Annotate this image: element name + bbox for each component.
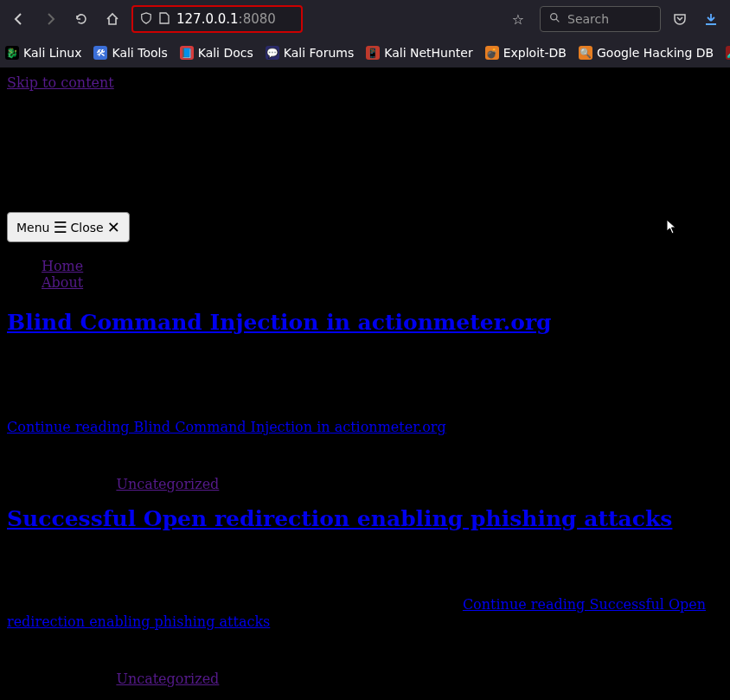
bookmark-label: Kali Tools	[112, 46, 167, 60]
bookmark-label: Exploit-DB	[503, 46, 567, 60]
svg-line-1	[556, 19, 559, 22]
bookmark-label: Kali Linux	[23, 46, 81, 60]
forward-button[interactable]	[38, 7, 62, 31]
url-bar[interactable]: 127.0.0.1:8080	[131, 5, 303, 33]
nav-item-about: About	[42, 274, 723, 291]
page-content: Skip to content Moderators Your Security…	[0, 67, 730, 700]
bookmark-label: Kali Docs	[198, 46, 253, 60]
browser-toolbar: 127.0.0.1:8080 ☆ Search	[0, 0, 730, 38]
post-title-link[interactable]: Successful Open redirection enabling phi…	[7, 506, 672, 531]
bookmark-label: Kali Forums	[284, 46, 354, 60]
bookmark-kali-linux[interactable]: 🐉 Kali Linux	[5, 46, 81, 60]
bookmark-ghdb[interactable]: 🔍 Google Hacking DB	[579, 46, 714, 60]
nav-link-home[interactable]: Home	[42, 258, 83, 274]
bookmark-kali-forums[interactable]: 💬 Kali Forums	[266, 46, 354, 60]
shield-icon	[140, 12, 152, 27]
post-excerpt: Posted on JUN 17,2021 Blind Command inje…	[7, 350, 723, 417]
close-icon: ✕	[107, 218, 120, 236]
bookmark-kali-nethunter[interactable]: 📱 Kali NetHunter	[366, 46, 472, 60]
search-box[interactable]: Search	[540, 6, 661, 32]
post-excerpt: Posted on AUG 16,2021 Open redirection v…	[7, 547, 723, 630]
bookmark-exploit-db[interactable]: 💣 Exploit-DB	[485, 46, 567, 60]
nav-link-about[interactable]: About	[42, 274, 83, 291]
exploit-icon: 💣	[485, 46, 499, 60]
page-icon	[159, 12, 170, 27]
post-category: Categorized as Uncategorized	[7, 671, 723, 687]
tools-icon: 🛠	[93, 46, 107, 60]
search-icon	[549, 12, 560, 26]
post-title-link[interactable]: Blind Command Injection in actionmeter.o…	[7, 310, 552, 335]
home-button[interactable]	[100, 7, 125, 31]
bookmark-offsec[interactable]: 🧪 OffSe	[726, 46, 730, 60]
site-tagline: Your Security Partner	[7, 177, 723, 193]
forums-icon: 💬	[266, 46, 279, 60]
continue-reading-link[interactable]: Continue reading Blind Command Injection…	[7, 419, 446, 435]
category-link[interactable]: Uncategorized	[116, 476, 219, 492]
primary-nav: Home About	[7, 258, 723, 291]
url-text: 127.0.0.1:8080	[176, 11, 276, 27]
search-placeholder: Search	[567, 12, 609, 26]
bookmark-kali-tools[interactable]: 🛠 Kali Tools	[93, 46, 167, 60]
menu-toggle-button[interactable]: Menu ☰ Close ✕	[7, 212, 130, 242]
back-button[interactable]	[7, 7, 31, 31]
bookmark-star-button[interactable]: ☆	[503, 11, 533, 28]
post-published: Published	[7, 447, 723, 464]
menu-label: Menu	[16, 221, 49, 234]
post-published: Published	[7, 642, 723, 658]
bookmark-kali-docs[interactable]: 📘 Kali Docs	[180, 46, 253, 60]
dragon-icon: 🐉	[5, 46, 19, 60]
close-label: Close	[71, 221, 104, 234]
reload-button[interactable]	[69, 7, 93, 31]
ghdb-icon: 🔍	[579, 46, 592, 60]
docs-icon: 📘	[180, 46, 194, 60]
post-category: Categorized as Uncategorized	[7, 476, 723, 492]
downloads-icon[interactable]	[699, 12, 723, 26]
post-title: Successful Open redirection enabling phi…	[7, 506, 723, 531]
bookmark-label: Kali NetHunter	[384, 46, 472, 60]
site-title: Moderators	[7, 122, 723, 156]
svg-point-0	[551, 14, 557, 20]
post-title: Blind Command Injection in actionmeter.o…	[7, 310, 723, 335]
category-link[interactable]: Uncategorized	[116, 671, 219, 687]
pocket-icon[interactable]	[668, 12, 692, 26]
bookmark-label: Google Hacking DB	[597, 46, 714, 60]
hamburger-icon: ☰	[53, 218, 67, 236]
offsec-icon: 🧪	[726, 46, 730, 60]
nav-item-home: Home	[42, 258, 723, 274]
bookmarks-bar: 🐉 Kali Linux 🛠 Kali Tools 📘 Kali Docs 💬 …	[0, 38, 730, 67]
nethunter-icon: 📱	[366, 46, 380, 60]
skip-link[interactable]: Skip to content	[7, 74, 114, 91]
